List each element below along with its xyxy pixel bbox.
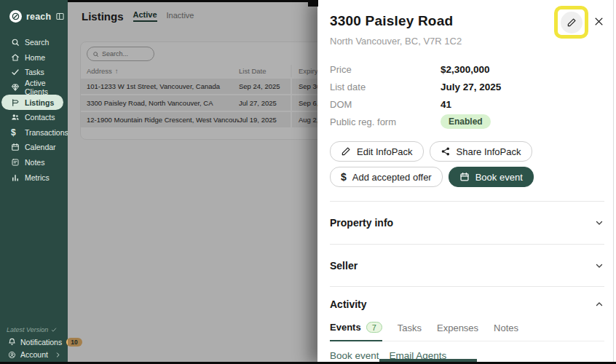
section-seller[interactable]: Seller [330, 244, 604, 286]
version-label: Latest Version [7, 326, 48, 333]
sidebar-item-label: Calendar [25, 143, 56, 151]
sidebar-logo-row: reach [0, 0, 68, 23]
listing-fields: Price $2,300,000 List date July 27, 2025… [330, 60, 604, 130]
events-count-badge: 7 [366, 322, 382, 333]
gem-icon [11, 83, 20, 92]
tab-expenses[interactable]: Expenses [437, 322, 478, 341]
field-public-reg-form: Public reg. form Enabled [330, 113, 604, 130]
field-dom: DOM 41 [330, 95, 604, 113]
share-infopack-button[interactable]: Share InfoPack [430, 141, 532, 162]
listing-detail-panel: 3300 Paisley Road North Vancouver, BC, V… [317, 0, 616, 364]
chevron-right-icon [55, 352, 61, 358]
sidebar-item-transactions[interactable]: $ Transactions [0, 125, 68, 141]
field-label: DOM [330, 99, 441, 110]
tab-tasks[interactable]: Tasks [398, 322, 422, 341]
sidebar-item-label: Transactions [25, 128, 68, 137]
panel-scrollbar[interactable] [613, 0, 614, 364]
close-icon [593, 16, 604, 27]
field-list-date: List date July 27, 2025 [330, 78, 604, 95]
close-panel-button[interactable] [593, 16, 604, 27]
sidebar-nav: Search Home Tasks Active Clients Listing… [0, 35, 68, 185]
sidebar-item-listings[interactable]: Listings [1, 95, 63, 110]
sidebar-footer: Latest Version Notifications 10 Account [0, 324, 68, 361]
dollar-icon: $ [11, 128, 20, 137]
pencil-icon [341, 146, 351, 157]
sidebar-item-label: Search [25, 38, 49, 47]
field-value: 41 [441, 99, 451, 110]
window-edge-artifact [68, 0, 317, 2]
calendar-icon [459, 172, 470, 182]
sidebar-item-account[interactable]: Account [0, 349, 68, 362]
sidebar-item-label: Listings [25, 98, 54, 107]
highlight-annotation [554, 6, 588, 39]
sidebar-item-metrics[interactable]: Metrics [0, 170, 68, 185]
account-label: Account [20, 350, 48, 359]
app-name: reach [26, 12, 51, 22]
search-icon [11, 38, 20, 47]
chevron-down-icon [594, 218, 604, 228]
people-icon [11, 113, 20, 122]
account-icon [8, 351, 16, 359]
panel-titles: 3300 Paisley Road North Vancouver, BC, V… [330, 0, 554, 47]
sidebar-item-label: Metrics [25, 173, 50, 182]
sign-icon [11, 98, 20, 107]
chevron-down-icon [594, 261, 604, 271]
sidebar-item-notifications[interactable]: Notifications 10 [0, 336, 68, 349]
sidebar-item-contacts[interactable]: Contacts [0, 110, 68, 125]
activity-tabs: Events 7 Tasks Expenses Notes [330, 322, 604, 341]
sidebar: reach Search Home Tasks Active Clients [0, 0, 68, 364]
note-icon [11, 158, 20, 167]
window-edge-artifact [308, 0, 318, 7]
sidebar-item-tasks[interactable]: Tasks [0, 65, 68, 80]
version-status: Latest Version [0, 324, 68, 336]
field-label: Public reg. form [330, 116, 441, 127]
sidebar-item-notes[interactable]: Notes [0, 155, 68, 170]
sidebar-item-label: Home [25, 53, 45, 62]
sidebar-item-label: Active Clients [25, 79, 68, 96]
chevron-up-icon [594, 299, 604, 309]
collapse-sidebar-icon[interactable] [55, 12, 65, 21]
add-accepted-offer-button[interactable]: $ Add accepted offer [330, 167, 443, 187]
field-label: Price [330, 64, 441, 75]
listing-address: North Vancouver, BC, V7R 1C2 [330, 36, 554, 47]
enabled-status-badge: Enabled [441, 114, 491, 129]
tab-notes[interactable]: Notes [494, 322, 518, 341]
share-icon [441, 146, 451, 157]
field-value: July 27, 2025 [441, 82, 501, 92]
reach-logo-icon [9, 10, 22, 23]
pencil-icon [566, 17, 577, 28]
listing-actions: Edit InfoPack Share InfoPack $ Add accep… [330, 141, 604, 187]
section-property-info[interactable]: Property info [330, 201, 604, 244]
bar-chart-icon [11, 173, 20, 182]
sidebar-item-calendar[interactable]: Calendar [0, 140, 68, 155]
field-price: Price $2,300,000 [330, 60, 604, 78]
book-event-link[interactable]: Book event [330, 350, 379, 361]
field-value: $2,300,000 [441, 64, 490, 75]
sidebar-item-label: Notes [25, 158, 44, 167]
book-event-button[interactable]: Book event [449, 167, 534, 187]
field-label: List date [330, 82, 441, 92]
sidebar-item-home[interactable]: Home [0, 50, 68, 66]
listing-title: 3300 Paisley Road [330, 13, 554, 29]
section-activity[interactable]: Activity [330, 286, 604, 322]
sidebar-item-label: Contacts [25, 113, 55, 122]
notifications-label: Notifications [20, 338, 62, 347]
edit-listing-button[interactable] [561, 12, 583, 33]
calendar-icon [11, 143, 20, 151]
check-icon [11, 68, 20, 76]
dollar-icon: $ [341, 172, 347, 182]
sidebar-item-label: Tasks [25, 68, 44, 76]
sidebar-item-search[interactable]: Search [0, 35, 68, 50]
version-check-icon [51, 327, 57, 333]
sidebar-item-active-clients[interactable]: Active Clients [0, 80, 68, 95]
bell-icon [8, 338, 16, 346]
edit-infopack-button[interactable]: Edit InfoPack [330, 141, 424, 162]
panel-header: 3300 Paisley Road North Vancouver, BC, V… [330, 0, 604, 47]
tab-events[interactable]: Events 7 [330, 322, 382, 341]
app-window: reach Search Home Tasks Active Clients [0, 0, 616, 364]
home-icon [11, 53, 20, 62]
